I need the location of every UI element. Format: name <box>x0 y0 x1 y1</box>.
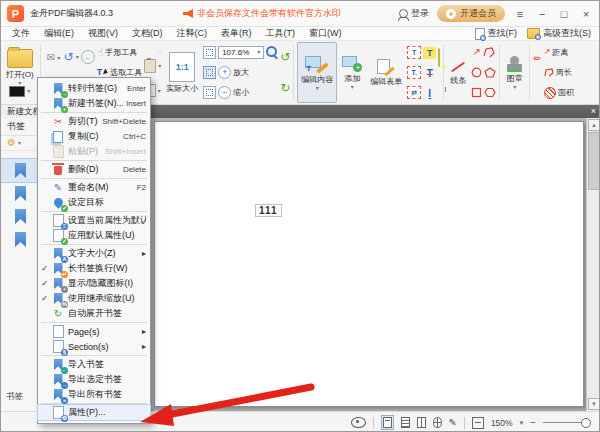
menubar-item-8[interactable]: 窗口(W) <box>302 27 349 40</box>
single-page-view-button[interactable] <box>381 415 394 430</box>
perimeter-tool-button[interactable]: 周长 <box>544 67 572 78</box>
paste-button[interactable]: ▾ <box>144 59 161 73</box>
hexagon-shape-button[interactable] <box>484 87 496 98</box>
menu-separator <box>41 211 147 212</box>
vertical-scrollbar[interactable]: ▲ ▼ <box>586 118 599 411</box>
fit-width-icon[interactable] <box>472 417 484 429</box>
context-menu-item-apply-default[interactable]: ✓应用默认属性(U) <box>38 228 150 243</box>
advanced-find-button[interactable]: 高级查找(S) <box>527 27 591 40</box>
maximize-button[interactable]: □ <box>557 8 571 20</box>
web-view-button[interactable] <box>433 417 442 428</box>
login-button[interactable]: 登录 <box>399 7 429 20</box>
menubar-item-4[interactable]: 文档(D) <box>125 27 170 40</box>
menubar-item-7[interactable]: 工具(T) <box>259 27 303 40</box>
color-picker[interactable]: ▾ <box>9 86 30 97</box>
polyline-shape-button[interactable] <box>483 47 495 58</box>
context-menu-item-inherit-zoom[interactable]: ✓%使用继承缩放(U) <box>38 291 150 306</box>
arrow-shape-button[interactable]: ↗ <box>473 47 481 57</box>
edit-textbox-button[interactable]: T. <box>407 66 421 79</box>
context-menu-item-goto-bookmark[interactable]: →转到书签(G)Enter <box>38 81 150 96</box>
two-page-view-button[interactable] <box>417 417 426 428</box>
scroll-down-button[interactable]: ▼ <box>588 398 600 410</box>
underline-text-button[interactable]: I <box>428 88 431 99</box>
context-menu-item-wrap[interactable]: ✓↵长书签换行(W) <box>38 261 150 276</box>
vip-button[interactable]: ♦开通会员 <box>437 5 505 22</box>
distance-tool-button[interactable]: ↗距离 <box>544 47 569 58</box>
open-button[interactable]: 打开(O) ▾ ▾ <box>3 42 37 103</box>
zoom-caret-icon[interactable]: ▾ <box>520 419 524 427</box>
context-menu-item-sections[interactable]: §Section(s)▸ <box>38 339 150 354</box>
zoom-out-button[interactable]: − <box>530 417 536 428</box>
context-menu-item-import-bookmark[interactable]: ←导入书签 <box>38 357 150 372</box>
menubar-item-6[interactable]: 表单(R) <box>214 27 259 40</box>
line-icon <box>451 61 465 72</box>
find-button[interactable]: 查找(F) <box>475 27 518 40</box>
rotate-right-button[interactable]: ↻ <box>280 82 290 94</box>
zoom-in-button[interactable]: +放大 <box>218 66 249 79</box>
menubar-item-3[interactable]: 视图(V) <box>81 27 125 40</box>
scrollbar-thumb[interactable] <box>588 132 600 190</box>
add-button[interactable]: + 添加 ▾ <box>339 42 365 103</box>
fit-page-button[interactable] <box>203 46 216 59</box>
pdf-page[interactable]: 111 <box>154 121 584 407</box>
strikethrough-text-button[interactable]: T <box>427 68 433 79</box>
zoom-slider[interactable] <box>543 422 589 423</box>
tab-close-button[interactable]: × <box>591 107 596 116</box>
scroll-up-button[interactable]: ▲ <box>588 119 600 131</box>
annotate-view-button[interactable]: ✎ <box>449 418 457 428</box>
context-menu-item-pages[interactable]: Page(s)▸ <box>38 324 150 339</box>
menubar-item-2[interactable]: 编辑(E) <box>37 27 81 40</box>
gear-icon: ⚙ <box>7 138 16 148</box>
context-menu-item-shows-icon[interactable]: ✓•显示/隐藏图标(I) <box>38 276 150 291</box>
zoom-slider-handle[interactable] <box>581 418 591 428</box>
comment-button[interactable] <box>438 49 440 67</box>
select-tool-button[interactable]: T选取工具 <box>97 67 143 78</box>
zoom-dropdown[interactable]: 107.6%▾ <box>218 46 264 59</box>
statusbar-zoom-value[interactable]: 150% <box>491 418 513 428</box>
magnifier-icon[interactable] <box>266 46 278 58</box>
context-menu-item-delete[interactable]: 删除(D)Delete <box>38 162 150 177</box>
context-menu-item-rename[interactable]: ✎重命名(M)F2 <box>38 180 150 195</box>
eye-icon[interactable] <box>351 417 366 428</box>
actual-size-button[interactable]: 1:1 实际大小 <box>163 42 201 103</box>
line-tool-button[interactable]: 线条 <box>447 42 469 103</box>
bookmarks-side-tab[interactable]: 书签 <box>6 391 23 403</box>
context-menu-item-properties[interactable]: ⚙属性(P)... <box>38 405 150 420</box>
hand-tool-button[interactable]: ☝手形工具 <box>97 47 138 58</box>
context-menu-item-set-default[interactable]: ≡设置当前属性为默认(K) <box>38 213 150 228</box>
context-menu-item-target[interactable]: ✓设定目标 <box>38 195 150 210</box>
edit-form-button[interactable]: 编辑表单 <box>367 42 405 103</box>
context-menu-item-export-all[interactable]: »导出所有书签 <box>38 387 150 402</box>
context-menu-item-copy[interactable]: 复制(C)Ctrl+C <box>38 129 150 144</box>
context-menu-item-cut[interactable]: ✂剪切(T)Shift+Delete <box>38 114 150 129</box>
square-shape-button[interactable] <box>471 87 482 98</box>
context-menu-item-auto-expand[interactable]: ↻自动展开书签 <box>38 306 150 321</box>
context-menu-item-new-bookmark[interactable]: +新建书签(N)...Insert <box>38 96 150 111</box>
context-menu-item-export-selected[interactable]: →导出选定书签 <box>38 372 150 387</box>
email-button[interactable]: ✉▾ <box>47 52 60 64</box>
rotate-left-button[interactable]: ↺ <box>280 51 290 63</box>
hamburger-menu-button[interactable]: ≡ <box>513 8 527 20</box>
text-object[interactable]: 111 <box>255 204 282 217</box>
circle-shape-button[interactable] <box>471 67 482 78</box>
area-tool-button[interactable]: 面积 <box>544 87 574 99</box>
fit-visible-button[interactable] <box>203 86 216 99</box>
undo-button[interactable]: ↺▾ <box>64 51 79 63</box>
continuous-view-button[interactable] <box>401 417 410 428</box>
marker-pen-button[interactable]: ✏ <box>533 48 541 66</box>
context-menu-item-text-size[interactable]: A文字大小(Z)▸ <box>38 246 150 261</box>
menubar-item-5[interactable]: 注释(C) <box>170 27 215 40</box>
highlight-text-button[interactable]: T <box>423 47 436 59</box>
pentagon-shape-button[interactable] <box>484 67 496 78</box>
add-textbox-button[interactable]: T <box>407 46 421 59</box>
transform-textbox-button[interactable]: ⇄ <box>407 86 421 99</box>
fit-width-button[interactable] <box>203 66 216 79</box>
minimize-button[interactable]: − <box>535 8 549 20</box>
menubar-item-1[interactable]: 文件 <box>5 27 37 40</box>
close-button[interactable]: × <box>579 8 593 20</box>
back-button[interactable]: ← <box>81 50 95 64</box>
zoom-out-button[interactable]: −缩小 <box>218 86 249 99</box>
stamp-button[interactable]: 图章 ▾ <box>503 42 526 103</box>
actual-size-label: 实际大小 <box>166 83 198 94</box>
edit-content-button[interactable]: T 编辑内容 ▾ <box>297 42 337 103</box>
